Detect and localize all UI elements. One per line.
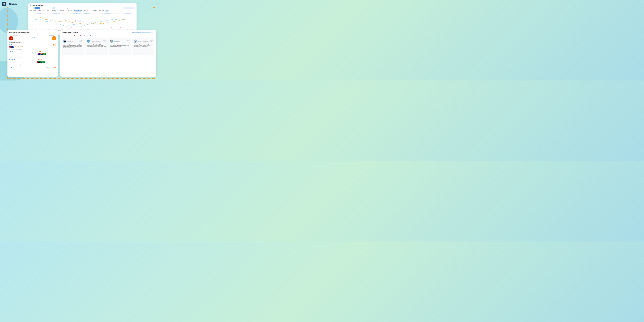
global-comparisons-card: Overview of Global Comparisons Current A…: [8, 30, 58, 77]
metric-1-header: 1. Available Countries ⓘ: [9, 42, 56, 43]
metric-1-current-val: 140: [9, 44, 23, 46]
current-app-dev: Scopely, Inc.: [14, 38, 21, 39]
time-range-label: Time Range: [30, 10, 36, 11]
bg-wave-decorative: [135, 0, 161, 16]
svg-text:Dec 23: Dec 23: [131, 29, 133, 30]
device-ipad-btn[interactable]: iPad: [41, 7, 45, 9]
selected-app-dev: Games: [46, 38, 52, 39]
svg-point-30: [42, 28, 42, 28]
metric-2-current: 24.5: [9, 50, 13, 52]
ranking-chart-svg: 2 20 40 60 80 100 Sep 25 Oct 1 Oct 7 Oct…: [30, 12, 135, 30]
time-yesterday-btn[interactable]: Yesterday: [51, 10, 57, 12]
tab-requirements[interactable]: Requirements 6: [83, 34, 91, 36]
tab-negative[interactable]: Negative 5: [70, 34, 76, 36]
review-3-copy-btn[interactable]: Copy: [126, 40, 130, 42]
review-2-count: Review count 5: [87, 52, 106, 54]
metric-3-current-val: 475858: [9, 58, 15, 60]
current-app-wrapper: M MONOPOLY GO! Scopely, Inc.: [9, 36, 21, 40]
metric-1-view-more[interactable]: View more ›: [47, 44, 52, 45]
svg-text:Oct 31: Oct 31: [74, 29, 76, 30]
list-type-all-btn[interactable]: All: [52, 7, 54, 9]
title-bar-accent: [30, 4, 30, 6]
time-7d-btn[interactable]: Last 7 Days: [58, 10, 65, 12]
time-90d-btn[interactable]: Last 90 Days: [74, 10, 82, 12]
smart-review-card: Smart Review Summary The following concl…: [60, 30, 156, 77]
tab-bug[interactable]: Bug 5: [77, 34, 81, 36]
device-label: Device: [30, 8, 33, 9]
svg-text:Nov 6: Nov 6: [80, 29, 82, 30]
time-1y-btn[interactable]: Last 1 Year: [83, 10, 89, 12]
time-today-btn[interactable]: Today: [46, 10, 50, 12]
controls-row-2: Time Range Last 24 Hours Today Yesterday…: [30, 10, 135, 12]
review-item-addictive-gameplay: 🎮 Addictive Gameplay Copy Players find t…: [86, 38, 108, 55]
events-node-label[interactable]: Events Node (12 selected): [123, 7, 135, 9]
sticker-app-icon: S: [52, 36, 56, 40]
list-type-freepaid-btn[interactable]: Free/Paid: [56, 7, 62, 9]
flag-eu: 🇪🇺: [11, 46, 12, 47]
metric-2-selected-val: 7.32: [38, 50, 56, 52]
review-item-family-fun: 👨‍👩‍👧 Family Fun Copy Users love the gam…: [62, 38, 84, 55]
svg-text:80: 80: [32, 24, 33, 25]
time-type-daily-btn[interactable]: Daily: [105, 10, 109, 12]
add-custom-event-btn[interactable]: + Add Custom Event: [113, 8, 122, 8]
review-2-header: 🎮 Addictive Gameplay Copy: [87, 40, 106, 43]
metric-2-info-icon[interactable]: ⓘ: [21, 48, 22, 50]
chart-area: 2 20 40 60 80 100 Sep 25 Oct 1 Oct 7 Oct…: [30, 12, 135, 30]
svg-text:Nov 24: Nov 24: [100, 29, 102, 30]
metric-4-info-icon[interactable]: ⓘ: [20, 64, 21, 66]
metric-3-flag-row: 🇦🇪 🇸🇦 🇧🇷 +138 Few Country Coverage: [37, 61, 56, 63]
list-type-grossing-btn[interactable]: Grossing: [63, 7, 69, 9]
global-comparisons-title: Overview of Global Comparisons: [9, 32, 56, 34]
flag-by: 🇧🇾: [9, 46, 11, 47]
svg-text:2: 2: [32, 13, 33, 14]
review-1-title: Family Fun: [67, 40, 73, 42]
flag-ae: 🇦🇪: [37, 61, 40, 63]
review-tabs-row: Positive 4 Negative 5 Bug 5 Requirements…: [62, 34, 154, 37]
metric-3-info-icon[interactable]: ⓘ: [20, 56, 21, 58]
svg-point-37: [111, 28, 112, 28]
svg-text:100: 100: [32, 27, 33, 28]
time-24h-btn[interactable]: Last 24 Hours: [37, 10, 44, 12]
metric-1-current: 140 🇧🇾 🇪🇺 +27 Not Launched in Country: [9, 44, 23, 47]
time-customize-btn[interactable]: 📅 Customize: [90, 10, 98, 12]
review-item-great-design: 🎨 Great Design Copy The game's design an…: [109, 38, 131, 55]
metric-1-selected: View more › 166: [47, 44, 56, 46]
review-4-text: Fans of the original Monopoly board game…: [134, 44, 153, 51]
review-4-copy-btn[interactable]: Copy: [150, 40, 153, 42]
review-1-count: Review count 5: [63, 52, 83, 54]
tab-positive[interactable]: Positive 4: [62, 34, 68, 36]
metric-2-flag-note: +31 Low Visibility in Country: [46, 54, 56, 54]
metric-3-flag-note: +138 Few Country Coverage: [46, 62, 56, 62]
review-title: Smart Review Summary: [62, 32, 78, 33]
review-1-copy-btn[interactable]: Copy: [80, 40, 83, 42]
review-2-text: Players find the game highly engaging an…: [87, 44, 106, 51]
metric-3-view-more[interactable]: View more ›: [32, 60, 36, 61]
metric-4-view-more[interactable]: View more ›: [46, 67, 51, 68]
time-30d-btn[interactable]: Last 30 Days: [66, 10, 73, 12]
svg-point-32: [61, 28, 62, 28]
svg-text:M: M: [10, 38, 12, 39]
review-2-copy-btn[interactable]: Copy: [103, 40, 106, 42]
metric-2-header: 2. Visibility Score(avg.) ⓘ: [9, 48, 56, 50]
flag-za: 🇿🇦: [40, 53, 43, 55]
svg-point-35: [90, 28, 91, 28]
historical-ranking-title: Historical Ranking: [30, 4, 135, 6]
metric-1-info-icon[interactable]: ⓘ: [20, 42, 22, 43]
svg-text:Oct 13: Oct 13: [54, 29, 56, 30]
svg-text:S: S: [54, 38, 54, 39]
review-3-title: Great Design: [114, 40, 121, 42]
selected-app-wrapper: Sticker GO! Games S: [46, 36, 56, 40]
svg-text:Dec 18: Dec 18: [126, 29, 128, 30]
metric-1-selected-val: 166: [53, 44, 56, 46]
metric-1-values: 140 🇧🇾 🇪🇺 +27 Not Launched in Country Vi…: [9, 44, 56, 47]
review-item-nostalgic-experience: 🎲 Nostalgic Experience Copy Fans of the …: [132, 38, 154, 55]
current-app-name: MONOPOLY GO!: [14, 37, 21, 38]
device-iphone-btn[interactable]: iPhone: [34, 7, 40, 9]
list-type-label: List Type: [46, 8, 50, 9]
review-generated-time: The following conclusions are generated …: [132, 32, 154, 33]
svg-text:Dec 12: Dec 12: [119, 29, 121, 30]
controls-row-1: Device iPhone iPad List Type All Free/Pa…: [30, 7, 135, 9]
review-3-text: The game's design and animations are pra…: [110, 44, 130, 51]
metric-bidding-keywords: 4. Bidding Keywords ⓘ 730 View more › 55…: [9, 64, 56, 68]
metric-2-view-more[interactable]: View more ›: [32, 52, 37, 53]
